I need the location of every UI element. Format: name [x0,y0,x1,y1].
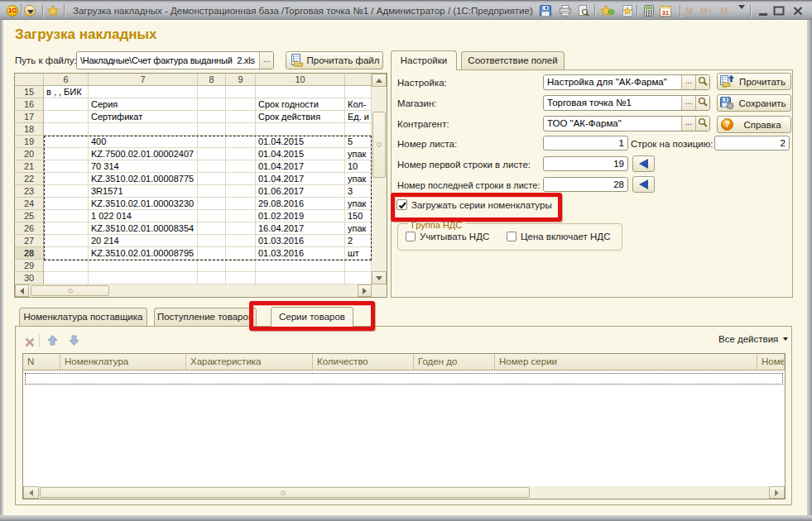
sheet-cell[interactable] [89,86,198,98]
sheet-cell[interactable] [198,185,226,198]
add-favorite-icon[interactable] [621,4,634,17]
sheet-cell[interactable] [226,247,256,260]
first-row-input[interactable]: 19 [543,156,628,171]
sheet-cell[interactable]: Срок действия [256,111,345,123]
scroll-right-button[interactable] [358,284,372,297]
sheet-cell[interactable] [44,123,89,136]
sheet-cell[interactable]: 01.02.2019 [256,210,345,222]
calc-memory-button[interactable]: M [685,1,693,21]
setting-value[interactable]: Настройка для "АК-Фарма" [544,75,681,89]
sheet-cell[interactable]: KZ.7500.02.01.00002407 [89,148,198,160]
vat-included-checkbox-label[interactable]: Цена включает НДС [521,232,610,241]
setting-input[interactable]: Настройка для "АК-Фарма" ... [543,74,710,90]
hscroll-thumb[interactable] [40,487,530,498]
sheet-row-number[interactable]: 26 [15,222,44,235]
sheet-cell[interactable]: 5 [345,136,372,148]
sheet-cell[interactable] [226,260,256,272]
sheet-cell[interactable] [226,198,256,210]
last-row-input[interactable]: 28 [543,177,628,192]
magnifier-icon[interactable] [695,75,709,89]
calc-memory-minus-button[interactable]: M- [720,1,731,21]
sheet-hscrollbar[interactable] [15,284,372,297]
sheet-cell[interactable] [226,136,256,148]
sheet-cell[interactable]: Кол- [345,98,372,111]
sheet-row-number[interactable]: 22 [15,173,44,185]
sheet-cell[interactable]: 10 [345,160,372,173]
sheet-cell[interactable] [44,148,89,160]
sheet-cell[interactable]: 20 214 [89,235,198,247]
maximize-icon[interactable] [772,4,786,17]
scroll-right-button[interactable] [769,486,785,499]
sheet-cell[interactable] [198,235,226,247]
vat-account-checkbox[interactable] [406,232,416,241]
setting-input[interactable]: Торговая точка №1 ... [543,95,710,111]
sheet-cell[interactable] [226,98,256,111]
rows-per-position-input[interactable]: 2 [714,136,790,151]
sheet-cell[interactable] [226,222,256,235]
sheet-cell[interactable]: шт [345,247,372,260]
tab-goods-receipt[interactable]: Поступление товаров [154,308,257,326]
setting-value[interactable]: ТОО "АК-Фарма" [544,117,681,131]
sheet-cell[interactable]: упак [345,148,372,160]
magnifier-icon[interactable] [695,96,709,110]
sheet-cell[interactable]: 01.04.2017 [256,160,345,173]
pick-first-row-button[interactable] [632,155,655,172]
sheet-cell[interactable]: Сертификат [89,111,198,123]
sheet-cell[interactable]: 2 [345,235,372,247]
series-table[interactable]: NНоменклатураХарактеристикаКоличествоГод… [22,353,786,499]
calendar-icon[interactable]: 31 [659,4,672,17]
series-column-header[interactable]: Количество [313,354,414,370]
vat-included-checkbox[interactable] [507,232,517,241]
sheet-cell[interactable]: KZ.3510.02.01.00008354 [89,222,198,235]
series-column-header[interactable]: N [23,354,60,370]
sheet-cell[interactable] [44,210,89,222]
sheet-cell[interactable] [44,185,89,198]
sheet-number-input[interactable]: 1 [543,136,628,151]
calc-memory-plus-button[interactable]: M+ [700,1,714,21]
move-up-icon[interactable] [46,334,59,350]
sheet-cell[interactable] [226,123,256,136]
delete-icon[interactable] [25,336,35,351]
sheet-cell[interactable] [44,235,89,247]
sheet-cell[interactable]: KZ.3510.02.01.00008795 [89,247,198,260]
main-menu-button[interactable] [24,5,36,17]
sheet-cell[interactable] [198,210,226,222]
sheet-cell[interactable]: упак [345,222,372,235]
sheet-cell[interactable] [44,272,89,284]
scroll-left-button[interactable] [15,284,29,297]
sheet-cell[interactable] [256,123,345,136]
sheet-cell[interactable] [256,86,345,98]
series-column-header[interactable]: Номер серии [495,354,757,370]
sheet-cell[interactable]: 16.04.2017 [256,222,345,235]
sheet-cell[interactable]: 1 022 014 [89,210,198,222]
sheet-cell[interactable] [226,173,256,185]
sheet-cell[interactable] [198,136,226,148]
vat-account-checkbox-label[interactable]: Учитывать НДС [420,232,489,241]
read-button[interactable]: Прочитать [717,73,791,90]
sheet-cell[interactable]: 29.08.2016 [256,198,345,210]
sheet-cell[interactable] [198,98,226,111]
sheet-cell[interactable] [198,123,226,136]
sheet-row-number[interactable]: 28 [15,247,44,260]
sheet-cell[interactable] [226,148,256,160]
tab-settings[interactable]: Настройки [391,50,457,70]
sheet-cell[interactable] [89,123,198,136]
print-preview-icon[interactable] [577,4,590,17]
read-file-button[interactable]: Прочитать файл [286,51,383,69]
tab-field-mapping[interactable]: Соответствие полей [461,51,565,69]
file-path-input[interactable]: \Накладные\Счет фактура выданный 2.xls .… [76,51,274,69]
sheet-row-number[interactable]: 17 [15,111,44,123]
sheet-cell[interactable] [226,86,256,98]
sheet-cell[interactable] [256,260,345,272]
series-column-header[interactable]: Характеристика [186,354,313,370]
sheet-cell[interactable] [198,111,226,123]
sheet-cell[interactable] [198,247,226,260]
save-settings-button[interactable]: Сохранить [717,94,791,112]
pick-last-row-button[interactable] [632,176,655,193]
sheet-row-number[interactable]: 25 [15,210,44,222]
magnifier-icon[interactable] [695,117,709,131]
sheet-row-number[interactable]: 27 [15,235,44,247]
calculator-icon[interactable] [642,4,656,17]
sheet-cell[interactable] [198,260,226,272]
sheet-cell[interactable]: 01.04.2015 [256,136,345,148]
